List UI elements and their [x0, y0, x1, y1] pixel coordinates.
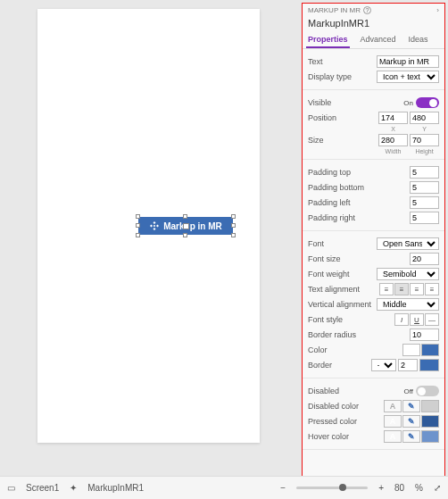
text-label: Text — [308, 57, 377, 66]
selected-control[interactable]: Markup in MR — [137, 216, 234, 236]
strike-button[interactable]: — — [425, 313, 439, 326]
expand-icon[interactable]: › — [436, 6, 439, 14]
pad-top-input[interactable] — [410, 166, 439, 179]
pad-bottom-input[interactable] — [410, 181, 439, 194]
display-type-select[interactable]: Icon + text — [377, 71, 439, 83]
font-size-input[interactable] — [410, 253, 439, 265]
underline-button[interactable]: U — [410, 313, 424, 326]
text-input[interactable] — [377, 55, 439, 68]
pad-left-input[interactable] — [410, 196, 439, 209]
font-weight-select[interactable]: Semibold — [377, 268, 439, 280]
tab-ideas[interactable]: Ideas — [407, 32, 430, 48]
tab-properties[interactable]: Properties — [306, 32, 350, 48]
canvas-area: Markup in MR — [0, 0, 301, 473]
disabled-toggle[interactable] — [416, 386, 439, 396]
properties-panel: MARKUP IN MR ? › MarkupInMR1 Properties … — [302, 3, 445, 496]
align-justify-button[interactable]: ≡ — [425, 283, 439, 295]
svg-point-0 — [153, 225, 155, 227]
pos-y-input[interactable] — [410, 112, 439, 124]
position-label: Position — [308, 113, 378, 122]
mr-icon — [149, 220, 160, 231]
font-style-group: I U — — [394, 313, 439, 326]
italic-button[interactable]: I — [394, 313, 409, 326]
size-label: Size — [308, 136, 378, 145]
zoom-slider[interactable] — [296, 487, 368, 489]
status-bar: ▭ Screen1 ✦ MarkupInMR1 − + 80 % ⤢ — [0, 476, 448, 499]
visible-label: Visible — [308, 98, 403, 107]
width-input[interactable] — [378, 134, 408, 146]
display-type-label: Display type — [308, 72, 377, 81]
control-label: Markup in MR — [163, 221, 222, 231]
rect-icon: ▭ — [7, 483, 15, 493]
zoom-value: 80 — [394, 483, 404, 493]
align-center-button[interactable]: ≡ — [394, 283, 409, 295]
fill-color-button[interactable] — [421, 344, 439, 356]
tab-advanced[interactable]: Advanced — [359, 32, 398, 48]
align-right-button[interactable]: ≡ — [410, 283, 424, 295]
visible-toggle[interactable] — [416, 97, 439, 108]
help-icon[interactable]: ? — [363, 6, 371, 14]
text-align-group: ≡ ≡ ≡ ≡ — [379, 283, 439, 295]
app-canvas[interactable]: Markup in MR — [37, 9, 260, 443]
screen-crumb[interactable]: Screen1 — [26, 483, 59, 493]
vert-align-select[interactable]: Middle — [377, 298, 439, 311]
breadcrumb[interactable]: MARKUP IN MR — [308, 6, 361, 14]
panel-tabs: Properties Advanced Ideas — [303, 32, 444, 49]
control-name: MarkupInMR1 — [303, 17, 444, 32]
align-left-button[interactable]: ≡ — [379, 283, 394, 295]
text-color-button[interactable]: A — [402, 344, 420, 356]
control-icon: ✦ — [70, 483, 77, 493]
zoom-in-button[interactable]: + — [378, 483, 384, 493]
pos-x-input[interactable] — [378, 112, 408, 124]
control-crumb[interactable]: MarkupInMR1 — [87, 483, 144, 493]
border-style-select[interactable]: — — [371, 359, 396, 371]
fit-icon[interactable]: ⤢ — [434, 483, 441, 493]
border-width-input[interactable] — [398, 359, 418, 371]
border-color-swatch[interactable] — [419, 359, 439, 371]
pad-right-input[interactable] — [410, 212, 439, 224]
border-radius-input[interactable] — [410, 329, 439, 341]
zoom-out-button[interactable]: − — [280, 483, 286, 493]
font-select[interactable]: Open Sans — [377, 237, 439, 250]
height-input[interactable] — [410, 134, 439, 146]
